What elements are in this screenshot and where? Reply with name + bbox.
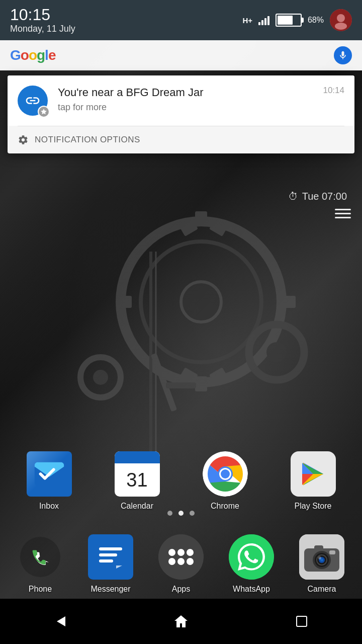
svg-point-39 bbox=[168, 558, 175, 565]
inbox-label: Inbox bbox=[39, 502, 59, 511]
avatar[interactable] bbox=[330, 9, 352, 31]
svg-point-42 bbox=[229, 534, 274, 580]
inbox-icon bbox=[27, 451, 72, 497]
chrome-label: Chrome bbox=[211, 502, 239, 511]
dock-row-1: Inbox 31 Calendar Chrome bbox=[0, 451, 362, 511]
notification-options-text: NOTIFICATION OPTIONS bbox=[35, 135, 140, 145]
app-inbox[interactable]: Inbox bbox=[17, 451, 82, 511]
notification-card[interactable]: You're near a BFG Dream Jar tap for more… bbox=[8, 75, 354, 153]
app-whatsapp[interactable]: WhatsApp bbox=[219, 534, 284, 594]
svg-point-20 bbox=[337, 14, 345, 22]
camera-label: Camera bbox=[308, 585, 336, 594]
app-camera[interactable]: Camera bbox=[289, 534, 354, 594]
app-playstore[interactable]: Play Store bbox=[281, 451, 346, 511]
svg-rect-31 bbox=[93, 539, 128, 575]
svg-rect-32 bbox=[99, 547, 122, 550]
svg-point-27 bbox=[221, 469, 230, 478]
network-type-icon: H+ bbox=[242, 16, 252, 25]
svg-point-40 bbox=[177, 558, 185, 565]
signal-bars bbox=[258, 15, 269, 25]
app-chrome[interactable]: Chrome bbox=[193, 451, 258, 511]
camera-icon bbox=[299, 534, 344, 580]
notification-time: 10:14 bbox=[323, 86, 344, 96]
calendar-day: 31 bbox=[126, 463, 147, 497]
svg-point-37 bbox=[177, 549, 185, 556]
notification-icon-wrap bbox=[18, 86, 48, 116]
playstore-label: Play Store bbox=[295, 502, 332, 511]
svg-rect-10 bbox=[117, 296, 132, 308]
apps-icon bbox=[158, 534, 204, 580]
svg-point-14 bbox=[93, 370, 108, 385]
svg-point-38 bbox=[187, 549, 194, 556]
messenger-icon bbox=[88, 534, 133, 580]
app-phone[interactable]: Phone bbox=[8, 534, 73, 594]
back-button[interactable] bbox=[45, 606, 75, 636]
battery-fill bbox=[278, 16, 293, 25]
battery-text: 68% bbox=[308, 16, 324, 25]
svg-rect-3 bbox=[195, 211, 207, 226]
svg-point-41 bbox=[187, 558, 194, 565]
status-date: Monday, 11 July bbox=[10, 24, 242, 34]
page-dot-2 bbox=[178, 511, 184, 516]
google-logo: Google bbox=[10, 47, 55, 63]
app-apps[interactable]: Apps bbox=[148, 534, 214, 594]
google-mic-button[interactable] bbox=[334, 46, 352, 64]
messenger-label: Messenger bbox=[90, 585, 130, 594]
svg-rect-51 bbox=[314, 545, 323, 550]
svg-point-30 bbox=[20, 537, 60, 577]
phone-label: Phone bbox=[29, 585, 52, 594]
status-left: 10:15 Monday, 11 July bbox=[10, 6, 242, 34]
svg-point-36 bbox=[168, 549, 175, 556]
svg-marker-53 bbox=[57, 616, 65, 626]
home-widget: ⏱ Tue 07:00 bbox=[288, 189, 347, 202]
notification-options-button[interactable]: NOTIFICATION OPTIONS bbox=[8, 126, 354, 153]
svg-point-21 bbox=[335, 23, 347, 30]
app-messenger[interactable]: Messenger bbox=[78, 534, 143, 594]
phone-icon bbox=[18, 534, 63, 580]
svg-point-35 bbox=[158, 534, 204, 580]
svg-rect-34 bbox=[99, 559, 113, 562]
app-calendar[interactable]: 31 Calendar bbox=[105, 451, 170, 511]
notification-title: You're near a BFG Dream Jar bbox=[58, 86, 318, 100]
menu-button[interactable] bbox=[335, 209, 351, 218]
battery-box bbox=[276, 14, 302, 27]
alarm-icon: ⏱ bbox=[288, 191, 298, 202]
svg-rect-18 bbox=[166, 382, 196, 388]
svg-point-2 bbox=[181, 282, 221, 322]
notification-subtitle: tap for more bbox=[58, 102, 318, 113]
page-dot-3 bbox=[190, 511, 195, 516]
svg-rect-9 bbox=[281, 296, 296, 308]
widget-alarm: ⏱ Tue 07:00 bbox=[288, 191, 347, 202]
calendar-header bbox=[115, 451, 160, 463]
status-right: H+ 68% bbox=[242, 9, 352, 31]
page-dot-1 bbox=[167, 511, 172, 516]
playstore-icon bbox=[291, 451, 336, 497]
status-time: 10:15 bbox=[10, 6, 242, 24]
home-button[interactable] bbox=[166, 606, 196, 636]
svg-point-50 bbox=[318, 556, 321, 559]
svg-rect-52 bbox=[329, 550, 335, 554]
page-indicator bbox=[0, 511, 362, 516]
apps-label: Apps bbox=[172, 585, 190, 594]
status-bar: 10:15 Monday, 11 July H+ 68% bbox=[0, 0, 362, 40]
svg-marker-22 bbox=[41, 109, 47, 114]
nav-bar bbox=[0, 599, 362, 644]
recents-button[interactable] bbox=[287, 606, 317, 636]
svg-point-16 bbox=[266, 342, 287, 362]
calendar-icon: 31 bbox=[115, 451, 160, 497]
notification-main[interactable]: You're near a BFG Dream Jar tap for more… bbox=[8, 75, 354, 126]
svg-rect-4 bbox=[195, 376, 207, 391]
notification-content: You're near a BFG Dream Jar tap for more bbox=[58, 86, 318, 113]
chrome-icon bbox=[203, 451, 248, 497]
notification-badge bbox=[38, 106, 50, 118]
google-bar[interactable]: Google bbox=[0, 40, 362, 70]
calendar-label: Calendar bbox=[121, 502, 153, 511]
svg-rect-54 bbox=[297, 616, 307, 626]
battery-indicator: 68% bbox=[276, 14, 324, 27]
whatsapp-icon bbox=[229, 534, 274, 580]
svg-rect-33 bbox=[99, 553, 117, 556]
menu-lines bbox=[335, 209, 351, 218]
whatsapp-label: WhatsApp bbox=[233, 585, 270, 594]
dock-row-2: Phone Messenger bbox=[0, 534, 362, 594]
